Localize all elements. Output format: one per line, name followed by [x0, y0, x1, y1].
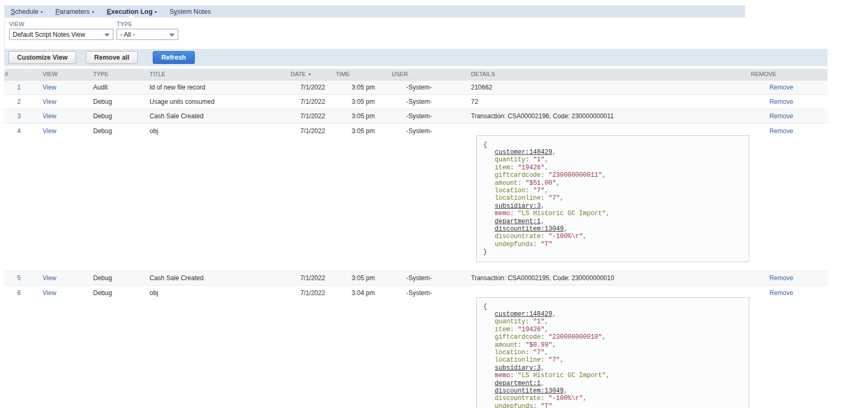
view-filter-label: VIEW	[9, 21, 113, 27]
col-header-view: VIEW	[34, 69, 84, 80]
view-filter-group: VIEW Default Script Notes View	[9, 21, 113, 49]
log-type: Debug	[84, 123, 145, 271]
tab-label: Execution Log	[106, 8, 152, 15]
remove-link[interactable]: Remove	[770, 98, 793, 105]
row-number-link[interactable]: 6	[17, 289, 21, 297]
table-row: 5 View Debug Cash Sale Created 7/1/2022 …	[4, 271, 828, 285]
col-header-details: DETAILS	[447, 69, 750, 80]
log-date: 7/1/2022	[290, 109, 335, 123]
col-header-title: TITLE	[145, 69, 290, 80]
view-link[interactable]: View	[43, 98, 56, 105]
log-type: Debug	[84, 271, 145, 285]
view-link[interactable]: View	[43, 127, 56, 135]
type-filter-label: TYPE	[117, 21, 178, 27]
log-type: Debug	[84, 109, 145, 123]
log-user: -System-	[391, 80, 447, 94]
log-type: Audit	[84, 80, 145, 94]
col-header-time: TIME	[335, 69, 391, 80]
type-filter-group: TYPE - All -	[117, 21, 178, 49]
table-row: 2 View Debug Usage units consumed 7/1/20…	[4, 94, 828, 109]
sort-desc-icon: ▼	[308, 72, 312, 76]
row-number-link[interactable]: 4	[17, 127, 21, 135]
table-row: 1 View Audit Id of new file record 7/1/2…	[4, 80, 828, 94]
execution-log-table: # VIEW TYPE TITLE DATE▼ TIME USER DETAIL…	[4, 69, 828, 408]
row-number-link[interactable]: 1	[17, 84, 21, 91]
chevron-down-icon	[104, 34, 110, 37]
tab-schedule[interactable]: Schedule•	[4, 5, 49, 18]
col-header-date: DATE▼	[290, 69, 335, 80]
log-date: 7/1/2022	[290, 271, 335, 285]
log-details: 72	[447, 94, 750, 109]
view-link[interactable]: View	[43, 274, 56, 282]
log-user: -System-	[391, 109, 447, 123]
log-time: 3:05 pm	[335, 94, 391, 109]
log-user: -System-	[391, 285, 447, 408]
tab-parameters[interactable]: Parameters•	[49, 5, 100, 18]
tab-bullet: •	[155, 9, 157, 15]
row-number-link[interactable]: 2	[17, 98, 21, 105]
row-number-link[interactable]: 3	[17, 112, 21, 120]
refresh-button[interactable]: Refresh	[153, 51, 195, 64]
log-title: obj	[145, 123, 290, 271]
tab-label: Schedule	[11, 8, 38, 15]
log-time: 3:05 pm	[335, 123, 391, 271]
log-type: Debug	[84, 285, 145, 408]
type-select-value: - All -	[120, 31, 135, 38]
col-header-num: #	[4, 69, 34, 80]
log-title: Id of new file record	[145, 80, 290, 94]
log-title: Usage units consumed	[145, 94, 290, 109]
remove-link[interactable]: Remove	[770, 289, 793, 297]
remove-link[interactable]: Remove	[770, 84, 793, 91]
log-date: 7/1/2022	[290, 94, 335, 109]
tab-execution-log[interactable]: Execution Log•	[100, 5, 163, 18]
log-user: -System-	[391, 94, 447, 109]
view-link[interactable]: View	[43, 112, 56, 120]
chevron-down-icon	[169, 34, 175, 37]
log-user: -System-	[391, 123, 447, 271]
table-row: 3 View Debug Cash Sale Created 7/1/2022 …	[4, 109, 828, 123]
log-title: obj	[145, 285, 290, 408]
view-link[interactable]: View	[43, 289, 56, 297]
log-time: 3:05 pm	[335, 271, 391, 285]
subtab-bar: Schedule• Parameters• Execution Log• Sys…	[4, 5, 745, 18]
col-header-type: TYPE	[84, 69, 145, 80]
log-details: { customer:148429, quantity: "1", item: …	[447, 123, 750, 271]
log-user: -System-	[391, 271, 447, 285]
row-number-link[interactable]: 5	[17, 274, 21, 282]
log-type: Debug	[84, 94, 145, 109]
log-time: 3:05 pm	[335, 109, 391, 123]
log-time: 3:04 pm	[335, 285, 391, 408]
table-row: 6 View Debug obj 7/1/2022 3:04 pm -Syste…	[4, 285, 828, 408]
col-header-user: USER	[391, 69, 447, 80]
log-date: 7/1/2022	[290, 285, 335, 408]
remove-link[interactable]: Remove	[770, 112, 793, 120]
tab-bullet: •	[40, 9, 43, 15]
log-time: 3:05 pm	[335, 80, 391, 94]
log-details: Transaction: CSA00002196, Code: 23000000…	[447, 109, 750, 123]
log-date: 7/1/2022	[290, 123, 335, 271]
log-details-json: { customer:148429, quantity: "1", item: …	[476, 297, 749, 408]
log-date: 7/1/2022	[290, 80, 335, 94]
type-select[interactable]: - All -	[117, 29, 178, 40]
col-header-remove: REMOVE	[750, 69, 828, 80]
log-details: Transaction: CSA00002195, Code: 23000000…	[447, 271, 750, 285]
log-toolbar: Customize View Remove all Refresh	[4, 49, 828, 66]
remove-link[interactable]: Remove	[770, 274, 793, 282]
view-link[interactable]: View	[43, 84, 56, 91]
tab-label: System Notes	[169, 8, 211, 15]
tab-label: Parameters	[55, 8, 90, 15]
tab-system-notes[interactable]: System Notes	[163, 5, 217, 18]
customize-view-button[interactable]: Customize View	[9, 51, 76, 64]
remove-link[interactable]: Remove	[770, 127, 793, 135]
table-row: 4 View Debug obj 7/1/2022 3:05 pm -Syste…	[4, 123, 828, 271]
log-details: 210662	[447, 80, 750, 94]
log-details-json: { customer:148429, quantity: "1", item: …	[476, 135, 749, 262]
remove-all-button[interactable]: Remove all	[86, 51, 138, 64]
table-header-row: # VIEW TYPE TITLE DATE▼ TIME USER DETAIL…	[4, 69, 828, 80]
log-title: Cash Sale Created	[145, 271, 290, 285]
log-title: Cash Sale Created	[145, 109, 290, 123]
filter-section: VIEW Default Script Notes View TYPE - Al…	[4, 18, 868, 49]
log-details: { customer:148429, quantity: "1", item: …	[447, 285, 750, 408]
tab-bullet: •	[92, 9, 94, 15]
view-select[interactable]: Default Script Notes View	[9, 29, 113, 40]
